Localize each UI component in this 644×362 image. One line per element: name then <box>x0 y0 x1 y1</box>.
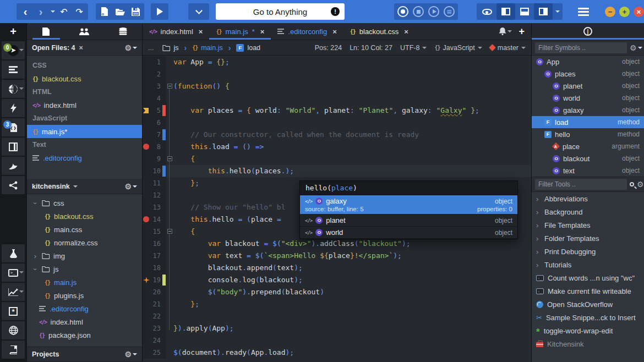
gutter-marker-cell[interactable] <box>143 141 150 153</box>
code-line-7[interactable]: 7 // Our constructor, called when the do… <box>143 129 531 141</box>
file-group-header[interactable]: CSS <box>27 59 142 72</box>
project-caret[interactable] <box>73 185 78 188</box>
tab-close-icon[interactable]: × <box>404 28 408 36</box>
history-caret[interactable] <box>48 3 56 20</box>
code-line-24[interactable]: 24 <box>143 334 531 347</box>
gutter-marker-cell[interactable] <box>143 201 150 213</box>
status-javascript[interactable]: {}JavaScript <box>434 44 482 52</box>
code-line-25[interactable]: 25 $(document).ready(App.load); <box>143 347 531 359</box>
tree-item[interactable]: </>index.html <box>27 315 142 328</box>
gutter-marker-cell[interactable] <box>143 286 150 298</box>
search-info-icon[interactable]: ! <box>331 7 340 16</box>
search-input[interactable] <box>216 7 345 17</box>
open-file-item[interactable]: </>index.html <box>27 98 142 112</box>
tool-folder-File-Templates[interactable]: ›File Templates <box>532 218 644 232</box>
tool-folder-Background[interactable]: ›Background <box>532 205 644 218</box>
code-line-19[interactable]: 19 console.log(blackout); <box>143 274 531 286</box>
tree-item[interactable]: ›js <box>27 262 142 276</box>
window-minimize-button[interactable]: − <box>605 7 615 17</box>
tool-item[interactable]: ›_Count words ...n using "wc" <box>532 271 644 284</box>
window-zoom-button[interactable]: + <box>619 7 630 17</box>
go-commando-button[interactable]: ➤0 <box>2 41 25 59</box>
editor-tab-index.html[interactable]: </>index.html × <box>143 23 209 40</box>
gutter-marker-cell[interactable] <box>143 262 150 274</box>
fold-toggle-icon[interactable] <box>167 156 172 161</box>
places-outline-button[interactable] <box>2 61 25 79</box>
redo-button[interactable]: ↷ <box>72 3 87 20</box>
back-button[interactable]: ‹ <box>18 3 33 20</box>
tool-item[interactable]: ›_Make current file writeable <box>532 284 644 298</box>
tab-close-icon[interactable]: × <box>332 28 337 36</box>
chevron-down-icon[interactable] <box>189 3 208 20</box>
code-line-18[interactable]: 18 blackout.append(text); <box>143 262 531 274</box>
tool-folder-Print-Debugging[interactable]: ›Print Debugging <box>532 245 644 258</box>
web-services-button[interactable] <box>2 321 25 339</box>
status-ln[interactable]: Ln: 10 Col: 27 <box>350 44 392 52</box>
open-files-gear-icon[interactable]: ⚙ <box>124 43 137 52</box>
macro-record-button[interactable] <box>395 3 411 20</box>
fold-toggle-icon[interactable] <box>167 229 172 234</box>
code-line-9[interactable]: 9 { <box>143 153 531 165</box>
run-command-button[interactable] <box>2 99 25 117</box>
fold-toggle-icon[interactable] <box>167 84 172 89</box>
gutter-marker-cell[interactable] <box>143 226 150 238</box>
status-utf-8[interactable]: UTF-8 <box>400 44 427 52</box>
symbol-planet[interactable]: Oplanetobject <box>532 80 644 92</box>
gutter-marker-cell[interactable] <box>143 68 150 80</box>
tree-item[interactable]: {}main.js <box>27 276 142 289</box>
toggle-right-pane-button[interactable] <box>534 3 553 20</box>
code-line-10[interactable]: 10 this.hello(places.); <box>143 165 531 177</box>
tree-item[interactable]: {}main.css <box>27 223 142 236</box>
file-group-header[interactable]: HTML <box>27 85 142 98</box>
tree-item[interactable]: {}normalize.css <box>27 236 142 249</box>
symbol-galaxy[interactable]: Ogalaxyobject <box>532 104 644 116</box>
code-line-1[interactable]: 1 var App = {}; <box>143 56 531 68</box>
code-line-2[interactable]: 2 <box>143 68 531 80</box>
code-line-16[interactable]: 16 var blackout = $("<div>").addClass("b… <box>143 238 531 250</box>
tab-collaboration[interactable] <box>66 23 104 40</box>
breadcrumb-item[interactable]: Fload <box>236 44 260 52</box>
packages-button[interactable]: * <box>2 302 25 320</box>
gutter-marker-cell[interactable] <box>143 153 150 165</box>
add-pane-button[interactable]: + <box>0 23 26 40</box>
undo-button[interactable]: ↶ <box>56 3 72 20</box>
bookmark-icon[interactable] <box>143 108 149 113</box>
file-group-header[interactable]: JavaScript <box>27 112 142 125</box>
gutter-marker-cell[interactable] <box>143 238 150 250</box>
code-line-5[interactable]: 5 var places = { world: "World", planet:… <box>143 105 531 117</box>
tab-databases[interactable] <box>103 23 142 40</box>
tool-folder-Abbreviations[interactable]: ›Abbreviations <box>532 192 644 205</box>
tree-item[interactable]: {}package.json <box>27 328 142 342</box>
code-line-23[interactable]: 23 }).apply(App); <box>143 322 531 334</box>
status-master[interactable]: master <box>490 44 526 52</box>
symbol-App[interactable]: OAppobject <box>532 56 644 68</box>
share-button[interactable] <box>2 176 25 194</box>
tree-item[interactable]: .editorconfig <box>27 302 142 315</box>
filter-symbols-input[interactable] <box>535 42 627 53</box>
tree-item[interactable]: ›css <box>27 196 142 210</box>
syntax-checking-button[interactable]: 3 <box>2 118 25 136</box>
tools-gear-icon[interactable]: ⚙ <box>637 180 644 189</box>
preview-eye-button[interactable] <box>478 3 496 20</box>
gutter-marker-cell[interactable] <box>143 250 150 262</box>
tool-item[interactable]: *toggle-word-wrap-edit <box>532 324 644 337</box>
menu-button[interactable] <box>576 3 591 20</box>
file-group-header[interactable]: Text <box>27 138 142 151</box>
autocomplete-item-planet[interactable]: </>Oplanetobject <box>300 215 517 227</box>
gutter-marker-cell[interactable] <box>143 129 150 141</box>
toggle-left-pane-button[interactable] <box>496 3 515 20</box>
gutter-marker-cell[interactable] <box>143 334 150 347</box>
breadcrumb-item[interactable]: {}main.js <box>192 44 223 52</box>
pane-layout-caret[interactable] <box>553 3 561 20</box>
symbol-blackout[interactable]: Oblackoutobject <box>532 152 644 164</box>
symbols-gear-icon[interactable]: ⚙ <box>630 43 642 52</box>
gutter-marker-cell[interactable] <box>143 347 150 359</box>
code-line-20[interactable]: 20 $("body").prepend(blackout) <box>143 286 531 298</box>
pigeon-button[interactable] <box>2 157 25 175</box>
open-file-item[interactable]: .editorconfig <box>27 151 142 164</box>
symbol-place[interactable]: Aplaceargument <box>532 140 644 152</box>
breakpoint-icon[interactable] <box>143 216 149 222</box>
editor-tab-main.js[interactable]: {}main.js * × <box>209 23 271 40</box>
gutter-marker-cell[interactable] <box>143 165 150 177</box>
code-editor[interactable]: 1 var App = {}; 2 3 (function() { 4 5 va… <box>143 56 531 362</box>
